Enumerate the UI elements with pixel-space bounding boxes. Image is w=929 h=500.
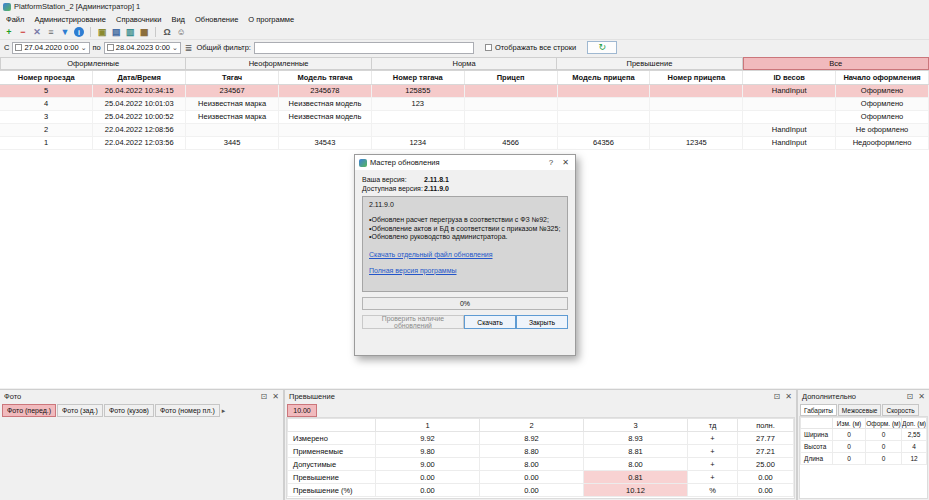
refresh-icon: ↻ bbox=[598, 43, 606, 52]
full-version-link[interactable]: Полная версия программы bbox=[369, 267, 561, 274]
dialog-close-icon[interactable]: ✕ bbox=[562, 158, 569, 167]
check-updates-button[interactable]: Проверить наличие обновлений bbox=[362, 315, 464, 329]
column-header[interactable]: Номер проезда bbox=[0, 71, 93, 84]
cell bbox=[371, 110, 464, 123]
acts-icon[interactable]: ▦ bbox=[138, 26, 150, 38]
dialog-bullet-item: •Обновление актов и БД в соответствии с … bbox=[369, 225, 561, 234]
filter-icon[interactable]: ▼ bbox=[59, 26, 71, 38]
dialog-buttons: Проверить наличие обновлений Скачать Зак… bbox=[362, 315, 568, 329]
table-row[interactable]: 122.04.2022 12:03:5634453454312344566643… bbox=[0, 136, 929, 149]
photo-tab[interactable]: Фото (номер пл.) bbox=[155, 404, 220, 417]
pin-icon[interactable]: ⊡ bbox=[907, 392, 914, 401]
cell bbox=[557, 123, 650, 136]
excess-cell: 8.81 bbox=[584, 445, 688, 458]
column-header[interactable]: ID весов bbox=[743, 71, 836, 84]
menu-item[interactable]: Обновление bbox=[190, 14, 243, 25]
chevron-down-icon[interactable]: ⌄ bbox=[172, 45, 178, 51]
excess-tab[interactable]: 10.00 bbox=[287, 404, 317, 417]
cell: Неизвестная марка bbox=[186, 97, 279, 110]
column-header[interactable]: Модель тягача bbox=[279, 71, 372, 84]
excess-panel: Превышение ⊡ ✕ 10.00 123тдполн. Измерено… bbox=[285, 390, 796, 500]
refresh-button[interactable]: ↻ bbox=[587, 41, 617, 54]
table-row[interactable]: 222.04.2022 12:08:56HandInputНе оформлен… bbox=[0, 123, 929, 136]
remove-icon[interactable]: − bbox=[17, 26, 29, 38]
extra-tab[interactable]: Габариты bbox=[800, 404, 837, 416]
column-header[interactable]: Тягач bbox=[186, 71, 279, 84]
extra-column-header bbox=[801, 418, 833, 429]
excess-cell: 10.12 bbox=[584, 484, 688, 497]
column-header[interactable]: Номер прицепа bbox=[650, 71, 743, 84]
pin-icon[interactable]: ⊡ bbox=[774, 392, 781, 401]
date-from-checkbox[interactable] bbox=[15, 44, 22, 51]
photo-tab[interactable]: Фото (зад.) bbox=[57, 404, 103, 417]
chevron-down-icon[interactable]: ⌄ bbox=[81, 45, 87, 51]
download-update-file-link[interactable]: Скачать отдельный файл обновления bbox=[369, 251, 561, 258]
close-button[interactable]: Закрыть bbox=[516, 315, 568, 329]
column-header[interactable]: Дата/Время bbox=[93, 71, 186, 84]
menu-item[interactable]: Справочники bbox=[111, 14, 166, 25]
category-tab[interactable]: Превышение bbox=[557, 57, 742, 70]
table-row[interactable]: 325.04.2022 10:00:52Неизвестная маркаНеи… bbox=[0, 110, 929, 123]
close-icon[interactable]: ✕ bbox=[785, 392, 792, 401]
pin-icon[interactable]: ⊡ bbox=[261, 392, 268, 401]
photo-icon[interactable]: ▣ bbox=[96, 26, 108, 38]
add-icon[interactable]: + bbox=[3, 26, 15, 38]
settings-icon[interactable]: ≡ bbox=[45, 26, 57, 38]
table-row[interactable]: 425.04.2022 10:01:03Неизвестная маркаНеи… bbox=[0, 97, 929, 110]
extra-cell: 0 bbox=[833, 429, 866, 441]
excess-row-label: Измерено bbox=[288, 432, 376, 445]
photo-tab[interactable]: Фото (кузов) bbox=[104, 404, 154, 417]
category-tab[interactable]: Неоформленные bbox=[186, 57, 371, 70]
extra-panel: Дополнительно ⊡ ✕ ГабаритыМежосевыеСкоро… bbox=[798, 390, 929, 500]
document-icon[interactable]: ▤ bbox=[110, 26, 122, 38]
excess-row-label: Превышение bbox=[288, 471, 376, 484]
menu-item[interactable]: Администрирование bbox=[29, 14, 111, 25]
filter-options-icon[interactable]: ≣ bbox=[185, 43, 193, 53]
menu-item[interactable]: Вид bbox=[166, 14, 190, 25]
scales-icon[interactable]: Ω bbox=[161, 26, 173, 38]
report-icon[interactable]: ▥ bbox=[124, 26, 136, 38]
date-from-field[interactable]: 27.04.2020 0:00 ⌄ bbox=[12, 42, 89, 54]
cell bbox=[650, 110, 743, 123]
excess-cell: 9.80 bbox=[376, 445, 480, 458]
general-filter-input[interactable] bbox=[254, 42, 474, 54]
date-to-field[interactable]: 28.04.2023 0:00 ⌄ bbox=[104, 42, 181, 54]
extra-column-header: Изм. (м) bbox=[833, 418, 866, 429]
close-icon[interactable]: ✕ bbox=[272, 392, 279, 401]
app-window: PlatformStation_2 [Администратор] 1 Файл… bbox=[0, 0, 929, 500]
column-header[interactable]: Прицеп bbox=[464, 71, 557, 84]
cell bbox=[464, 84, 557, 97]
toolbar-separator bbox=[155, 27, 156, 37]
dialog-help-button[interactable]: ? bbox=[549, 158, 553, 167]
close-icon[interactable]: ✕ bbox=[918, 392, 925, 401]
category-tab[interactable]: Оформленные bbox=[0, 57, 186, 70]
available-version-value: 2.11.9.0 bbox=[424, 185, 449, 192]
menu-item[interactable]: О программе bbox=[243, 14, 299, 25]
delete-icon[interactable]: ✕ bbox=[31, 26, 43, 38]
info-icon[interactable]: i bbox=[74, 27, 84, 37]
menu-item[interactable]: Файл bbox=[1, 14, 29, 25]
category-tab[interactable]: Все bbox=[743, 57, 929, 70]
download-button[interactable]: Скачать bbox=[464, 315, 516, 329]
excess-cell: + bbox=[688, 432, 738, 445]
show-all-checkbox[interactable] bbox=[485, 44, 492, 51]
table-row[interactable]: 526.04.2022 10:34:152345672345678125855H… bbox=[0, 84, 929, 97]
cell bbox=[650, 123, 743, 136]
date-to-value: 28.04.2023 0:00 bbox=[116, 43, 170, 52]
column-header[interactable]: Номер тягача bbox=[371, 71, 464, 84]
category-tab[interactable]: Норма bbox=[372, 57, 557, 70]
column-header[interactable]: Начало оформления bbox=[836, 71, 929, 84]
tabs-overflow-icon[interactable]: ▸ bbox=[221, 404, 227, 417]
date-to-checkbox[interactable] bbox=[107, 44, 114, 51]
excess-cell: + bbox=[688, 445, 738, 458]
title-bar: PlatformStation_2 [Администратор] 1 bbox=[0, 0, 929, 13]
cell bbox=[650, 97, 743, 110]
extra-tab[interactable]: Межосевые bbox=[838, 404, 882, 416]
column-header[interactable]: Модель прицепа bbox=[557, 71, 650, 84]
user-icon[interactable]: ☺ bbox=[175, 26, 187, 38]
extra-tab[interactable]: Скорость bbox=[882, 404, 918, 416]
photo-tab[interactable]: Фото (перед.) bbox=[2, 404, 56, 417]
cell: 125855 bbox=[371, 84, 464, 97]
date-to-label: по bbox=[93, 43, 101, 52]
excess-cell: 9.92 bbox=[376, 432, 480, 445]
